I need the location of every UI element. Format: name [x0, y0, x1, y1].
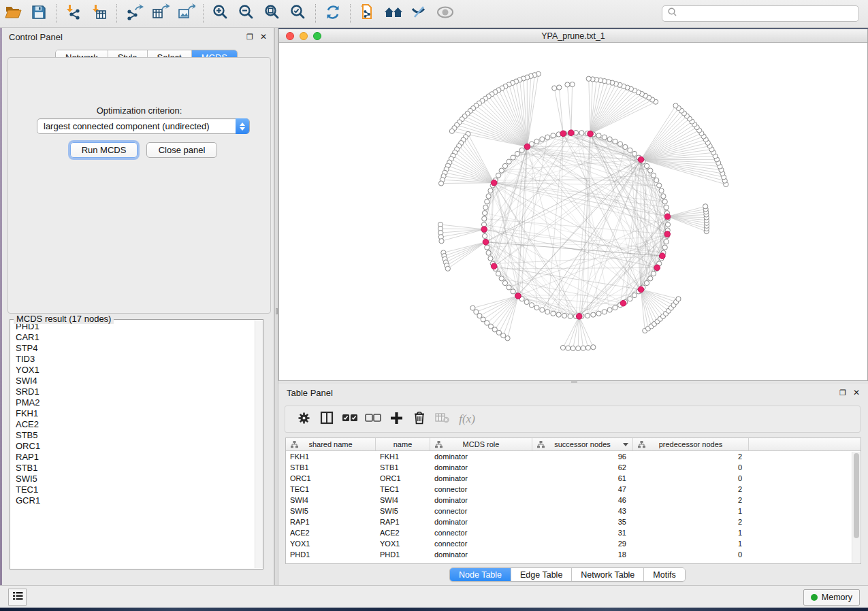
network-canvas[interactable]	[279, 43, 867, 380]
tab-motifs[interactable]: Motifs	[644, 568, 684, 581]
mcds-hub-node[interactable]	[620, 300, 626, 306]
network-node[interactable]	[565, 82, 570, 87]
network-node[interactable]	[507, 159, 511, 164]
import-network-button[interactable]	[61, 2, 86, 25]
mcds-result-item[interactable]: CAR1	[11, 332, 254, 343]
table-row[interactable]: ACE2ACE2connector311	[286, 527, 861, 538]
mcds-hub-node[interactable]	[660, 253, 666, 259]
mcds-hub-node[interactable]	[638, 286, 644, 293]
mcds-result-item[interactable]: TEC1	[11, 484, 254, 495]
mcds-result-item[interactable]: STB5	[11, 430, 254, 441]
network-node[interactable]	[485, 245, 489, 250]
search-input[interactable]	[678, 7, 858, 20]
mcds-result-list[interactable]: PHD1CAR1STP4TID3YOX1SWI4SRD1PMA2FKH1ACE2…	[11, 321, 254, 568]
network-node[interactable]	[499, 276, 504, 281]
table-cell[interactable]: 2	[633, 484, 749, 495]
network-node[interactable]	[585, 313, 590, 318]
close-panel-icon[interactable]: ✕	[853, 389, 860, 397]
network-node[interactable]	[515, 151, 519, 156]
export-network-button[interactable]	[121, 2, 147, 25]
network-node[interactable]	[545, 135, 550, 139]
table-cell[interactable]: FKH1	[286, 451, 376, 462]
network-node[interactable]	[676, 297, 681, 301]
mcds-result-item[interactable]: STB1	[11, 463, 254, 474]
network-node[interactable]	[482, 216, 487, 221]
table-cell[interactable]: connector	[430, 538, 532, 549]
houses-button[interactable]	[381, 2, 406, 25]
zoom-in-button[interactable]	[208, 2, 234, 25]
network-node[interactable]	[482, 210, 487, 215]
network-node[interactable]	[596, 133, 601, 138]
table-cell[interactable]: TEC1	[286, 484, 376, 495]
network-node[interactable]	[623, 144, 628, 149]
network-node[interactable]	[488, 256, 493, 261]
network-node[interactable]	[534, 139, 539, 144]
table-cell[interactable]: dominator	[430, 495, 532, 506]
network-node[interactable]	[560, 345, 565, 350]
network-node[interactable]	[662, 199, 667, 204]
table-row[interactable]: RAP1RAP1dominator352	[286, 516, 861, 527]
delete-column-button[interactable]	[408, 408, 431, 430]
table-cell[interactable]: 96	[532, 451, 633, 462]
table-row[interactable]: FKH1FKH1dominator962	[286, 451, 861, 462]
network-node[interactable]	[570, 82, 575, 86]
network-node[interactable]	[659, 188, 664, 193]
split-panel-button[interactable]	[315, 408, 338, 430]
table-cell[interactable]: STB1	[286, 462, 376, 473]
table-cell[interactable]: YOX1	[286, 538, 376, 549]
table-cell[interactable]: 62	[532, 462, 633, 473]
network-node[interactable]	[566, 346, 570, 350]
import-table-button[interactable]	[86, 2, 112, 25]
column-header-predecessor-nodes[interactable]: predecessor nodes	[633, 438, 749, 450]
network-node[interactable]	[534, 306, 539, 310]
table-cell[interactable]: 2	[633, 451, 749, 462]
table-cell[interactable]: 1	[633, 506, 749, 516]
table-row[interactable]: SWI4SWI4dominator462	[286, 495, 861, 506]
mcds-hub-node[interactable]	[664, 214, 671, 220]
mcds-hub-node[interactable]	[483, 239, 489, 245]
network-node[interactable]	[648, 168, 653, 173]
splitter-handle[interactable]	[276, 308, 278, 314]
network-window-titlebar[interactable]: YPA_prune.txt_1	[279, 29, 867, 43]
network-node[interactable]	[703, 204, 708, 209]
optimization-criterion-select[interactable]: largest connected component (undirected)	[37, 118, 250, 134]
table-row[interactable]: PHD1PHD1dominator180	[286, 549, 861, 560]
network-node[interactable]	[607, 137, 612, 142]
mcds-hub-node[interactable]	[576, 314, 582, 320]
network-node[interactable]	[581, 346, 585, 350]
table-cell[interactable]: dominator	[430, 462, 532, 473]
share-document-button[interactable]	[355, 2, 381, 25]
network-node[interactable]	[496, 173, 500, 178]
network-node[interactable]	[591, 345, 596, 350]
network-node[interactable]	[540, 137, 545, 142]
create-column-button[interactable]	[385, 408, 408, 430]
table-cell[interactable]: 35	[532, 516, 633, 527]
table-cell[interactable]: 18	[532, 549, 633, 560]
network-node[interactable]	[570, 346, 575, 350]
mcds-result-item[interactable]: PMA2	[11, 397, 254, 408]
table-cell[interactable]: STB1	[376, 462, 430, 473]
function-builder-button[interactable]: f(x)	[454, 408, 477, 430]
network-node[interactable]	[524, 299, 529, 304]
mcds-hub-node[interactable]	[491, 180, 497, 186]
table-cell[interactable]: 43	[532, 506, 633, 516]
table-cell[interactable]: 29	[532, 538, 633, 549]
scrollbar-thumb[interactable]	[854, 453, 859, 538]
network-node[interactable]	[602, 135, 607, 139]
network-node[interactable]	[651, 271, 656, 276]
close-panel-icon[interactable]: ✕	[260, 33, 267, 41]
table-cell[interactable]: 47	[532, 484, 633, 495]
mcds-result-item[interactable]: SWI4	[11, 376, 254, 386]
mcds-result-item[interactable]: SWI5	[11, 474, 254, 484]
network-node[interactable]	[585, 346, 590, 350]
float-panel-icon[interactable]: ❐	[246, 33, 253, 41]
network-node[interactable]	[628, 148, 632, 152]
column-header-successor-nodes[interactable]: successor nodes	[532, 438, 633, 450]
table-cell[interactable]: ORC1	[286, 473, 376, 484]
network-node[interactable]	[662, 245, 667, 250]
mcds-hub-node[interactable]	[481, 227, 487, 233]
table-cell[interactable]: RAP1	[376, 516, 430, 527]
search-field[interactable]	[662, 5, 859, 22]
mcds-result-item[interactable]: TID3	[11, 354, 254, 365]
network-node[interactable]	[488, 188, 493, 193]
